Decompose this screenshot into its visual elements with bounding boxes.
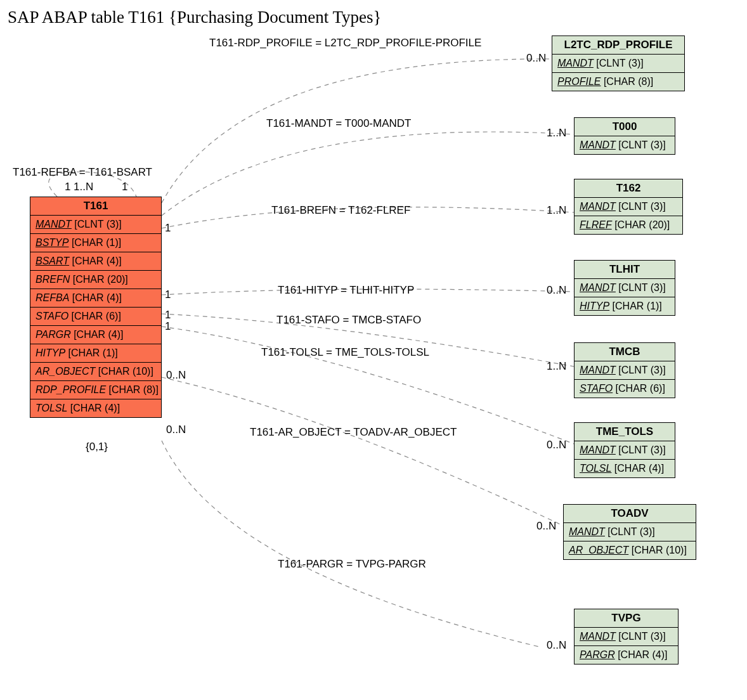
entity-field: PARGR [CHAR (4)] [575, 646, 678, 664]
relation-card: 1 [165, 320, 171, 333]
relation-label: T161-STAFO = TMCB-STAFO [276, 314, 421, 327]
entity-l2tc-rdp-profile: L2TC_RDP_PROFILE MANDT [CLNT (3)] PROFIL… [552, 36, 685, 91]
entity-t161-field: BSTYP [CHAR (1)] [30, 234, 161, 252]
entity-t161-below-label: {0,1} [86, 441, 108, 453]
entity-t161-field: BREFN [CHAR (20)] [30, 271, 161, 289]
entity-header: TVPG [575, 609, 678, 628]
entity-field: MANDT [CLNT (3)] [575, 279, 675, 297]
entity-tvpg: TVPG MANDT [CLNT (3)] PARGR [CHAR (4)] [574, 609, 679, 664]
relation-label: T161-HITYP = TLHIT-HITYP [278, 284, 414, 297]
entity-header: TME_TOLS [575, 423, 675, 441]
entity-field: MANDT [CLNT (3)] [575, 361, 675, 380]
entity-t162: T162 MANDT [CLNT (3)] FLREF [CHAR (20)] [574, 179, 683, 235]
entity-toadv: TOADV MANDT [CLNT (3)] AR_OBJECT [CHAR (… [563, 504, 696, 560]
relation-card: 0..N [547, 284, 566, 297]
entity-t161-field: MANDT [CLNT (3)] [30, 216, 161, 234]
relation-card: 1..N [547, 360, 566, 373]
entity-field: FLREF [CHAR (20)] [575, 216, 682, 234]
entity-field: MANDT [CLNT (3)] [575, 441, 675, 460]
relation-card: 0..N [166, 424, 186, 436]
relation-card: 1 [165, 222, 171, 235]
entity-field: MANDT [CLNT (3)] [575, 198, 682, 216]
self-ref-card: 1 [122, 181, 127, 193]
self-ref-card: 1..N [74, 181, 93, 193]
entity-t161-field: BSART [CHAR (4)] [30, 252, 161, 271]
entity-header: TLHIT [575, 261, 675, 279]
entity-field: AR_OBJECT [CHAR (10)] [564, 541, 696, 559]
self-ref-label: T161-REFBA = T161-BSART [13, 166, 152, 179]
entity-field: MANDT [CLNT (3)] [564, 523, 696, 541]
relation-label: T161-AR_OBJECT = TOADV-AR_OBJECT [250, 426, 457, 439]
relation-card: 0..N [536, 520, 556, 533]
relation-card: 1..N [547, 204, 566, 217]
relation-card: 1..N [547, 127, 566, 139]
entity-t161-header: T161 [30, 197, 161, 216]
relation-label: T161-BREFN = T162-FLREF [271, 204, 410, 217]
entity-header: L2TC_RDP_PROFILE [552, 36, 684, 55]
entity-header: T162 [575, 179, 682, 198]
relation-card: 1 [165, 288, 171, 301]
relation-label: T161-MANDT = T000-MANDT [266, 117, 411, 130]
entity-t161-field: TOLSL [CHAR (4)] [30, 399, 161, 417]
relation-card: 0..N [166, 369, 186, 382]
entity-field: MANDT [CLNT (3)] [575, 136, 675, 154]
relation-label: T161-TOLSL = TME_TOLS-TOLSL [261, 346, 429, 359]
relation-card: 0..N [547, 439, 566, 451]
relation-card: 0..N [547, 639, 566, 652]
relation-card: 1 [165, 309, 171, 321]
entity-tlhit: TLHIT MANDT [CLNT (3)] HITYP [CHAR (1)] [574, 260, 675, 316]
entity-t161-field: AR_OBJECT [CHAR (10)] [30, 363, 161, 381]
entity-t161-field: PARGR [CHAR (4)] [30, 326, 161, 344]
entity-field: HITYP [CHAR (1)] [575, 297, 675, 315]
relation-label: T161-PARGR = TVPG-PARGR [278, 558, 426, 571]
entity-header: TOADV [564, 505, 696, 523]
entity-field: MANDT [CLNT (3)] [575, 628, 678, 646]
relation-card: 0..N [526, 52, 546, 65]
entity-t161: T161 MANDT [CLNT (3)] BSTYP [CHAR (1)] B… [30, 197, 162, 418]
entity-field: STAFO [CHAR (6)] [575, 380, 675, 398]
page-title: SAP ABAP table T161 {Purchasing Document… [8, 8, 382, 27]
entity-field: MANDT [CLNT (3)] [552, 55, 684, 73]
entity-t161-field: REFBA [CHAR (4)] [30, 289, 161, 308]
entity-t161-field: HITYP [CHAR (1)] [30, 344, 161, 363]
entity-header: TMCB [575, 343, 675, 361]
entity-t161-field: STAFO [CHAR (6)] [30, 308, 161, 326]
relation-label: T161-RDP_PROFILE = L2TC_RDP_PROFILE-PROF… [209, 37, 481, 49]
entity-header: T000 [575, 118, 675, 136]
entity-t000: T000 MANDT [CLNT (3)] [574, 117, 675, 155]
entity-field: PROFILE [CHAR (8)] [552, 73, 684, 91]
entity-tmcb: TMCB MANDT [CLNT (3)] STAFO [CHAR (6)] [574, 342, 675, 398]
entity-t161-field: RDP_PROFILE [CHAR (8)] [30, 381, 161, 399]
self-ref-card: 1 [65, 181, 70, 193]
entity-tme-tols: TME_TOLS MANDT [CLNT (3)] TOLSL [CHAR (4… [574, 422, 675, 478]
entity-field: TOLSL [CHAR (4)] [575, 460, 675, 477]
